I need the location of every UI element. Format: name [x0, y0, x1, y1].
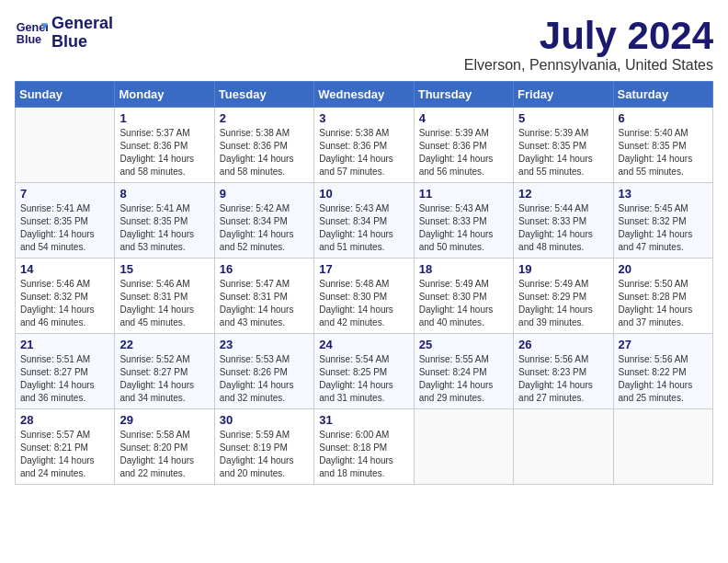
- calendar-cell: 23Sunrise: 5:53 AM Sunset: 8:26 PM Dayli…: [214, 334, 313, 409]
- calendar-week-5: 28Sunrise: 5:57 AM Sunset: 8:21 PM Dayli…: [16, 409, 713, 485]
- calendar-cell: [16, 108, 115, 183]
- day-info: Sunrise: 6:00 AM Sunset: 8:18 PM Dayligh…: [319, 429, 408, 480]
- calendar-cell: 20Sunrise: 5:50 AM Sunset: 8:28 PM Dayli…: [613, 259, 712, 334]
- calendar-cell: 14Sunrise: 5:46 AM Sunset: 8:32 PM Dayli…: [16, 259, 115, 334]
- day-info: Sunrise: 5:52 AM Sunset: 8:27 PM Dayligh…: [119, 353, 209, 405]
- month-title: July 2024: [464, 15, 713, 57]
- day-number: 3: [319, 111, 408, 125]
- calendar-cell: 21Sunrise: 5:51 AM Sunset: 8:27 PM Dayli…: [16, 334, 115, 409]
- calendar-cell: 29Sunrise: 5:58 AM Sunset: 8:20 PM Dayli…: [115, 409, 214, 485]
- calendar-cell: 7Sunrise: 5:41 AM Sunset: 8:35 PM Daylig…: [16, 183, 115, 259]
- day-number: 20: [619, 262, 708, 276]
- day-number: 17: [319, 262, 408, 276]
- location-title: Elverson, Pennsylvania, United States: [464, 57, 713, 74]
- calendar-week-1: 1Sunrise: 5:37 AM Sunset: 8:36 PM Daylig…: [16, 108, 713, 183]
- calendar-week-3: 14Sunrise: 5:46 AM Sunset: 8:32 PM Dayli…: [16, 259, 713, 334]
- calendar-cell: 24Sunrise: 5:54 AM Sunset: 8:25 PM Dayli…: [314, 334, 414, 409]
- calendar-cell: 10Sunrise: 5:43 AM Sunset: 8:34 PM Dayli…: [314, 183, 414, 259]
- day-info: Sunrise: 5:53 AM Sunset: 8:26 PM Dayligh…: [220, 353, 309, 405]
- day-info: Sunrise: 5:43 AM Sunset: 8:33 PM Dayligh…: [419, 202, 508, 254]
- calendar-table: SundayMondayTuesdayWednesdayThursdayFrid…: [15, 81, 713, 485]
- day-info: Sunrise: 5:57 AM Sunset: 8:21 PM Dayligh…: [20, 429, 109, 480]
- day-info: Sunrise: 5:43 AM Sunset: 8:34 PM Dayligh…: [319, 202, 408, 254]
- calendar-cell: 8Sunrise: 5:41 AM Sunset: 8:35 PM Daylig…: [115, 183, 214, 259]
- day-number: 14: [20, 262, 109, 276]
- day-info: Sunrise: 5:42 AM Sunset: 8:34 PM Dayligh…: [220, 202, 309, 254]
- day-info: Sunrise: 5:56 AM Sunset: 8:22 PM Dayligh…: [619, 353, 708, 405]
- day-info: Sunrise: 5:54 AM Sunset: 8:25 PM Dayligh…: [319, 353, 408, 405]
- calendar-cell: 18Sunrise: 5:49 AM Sunset: 8:30 PM Dayli…: [414, 259, 513, 334]
- header-cell-monday: Monday: [115, 82, 214, 108]
- day-info: Sunrise: 5:37 AM Sunset: 8:36 PM Dayligh…: [119, 127, 209, 178]
- header-cell-wednesday: Wednesday: [314, 82, 414, 108]
- logo-text: General Blue: [51, 15, 113, 52]
- logo-icon: General Blue: [15, 17, 48, 50]
- calendar-cell: 30Sunrise: 5:59 AM Sunset: 8:19 PM Dayli…: [214, 409, 313, 485]
- calendar-header-row: SundayMondayTuesdayWednesdayThursdayFrid…: [16, 82, 713, 108]
- calendar-cell: 2Sunrise: 5:38 AM Sunset: 8:36 PM Daylig…: [214, 108, 313, 183]
- day-number: 24: [319, 338, 408, 351]
- day-number: 27: [619, 338, 708, 351]
- day-info: Sunrise: 5:56 AM Sunset: 8:23 PM Dayligh…: [518, 353, 608, 405]
- day-number: 29: [119, 413, 209, 427]
- day-info: Sunrise: 5:50 AM Sunset: 8:28 PM Dayligh…: [619, 278, 708, 329]
- day-info: Sunrise: 5:38 AM Sunset: 8:36 PM Dayligh…: [319, 127, 408, 178]
- day-number: 22: [119, 338, 209, 351]
- calendar-cell: 5Sunrise: 5:39 AM Sunset: 8:35 PM Daylig…: [514, 108, 613, 183]
- calendar-cell: 22Sunrise: 5:52 AM Sunset: 8:27 PM Dayli…: [115, 334, 214, 409]
- calendar-cell: 27Sunrise: 5:56 AM Sunset: 8:22 PM Dayli…: [613, 334, 712, 409]
- day-info: Sunrise: 5:41 AM Sunset: 8:35 PM Dayligh…: [20, 202, 109, 254]
- day-info: Sunrise: 5:47 AM Sunset: 8:31 PM Dayligh…: [220, 278, 309, 329]
- calendar-cell: 31Sunrise: 6:00 AM Sunset: 8:18 PM Dayli…: [314, 409, 414, 485]
- calendar-cell: [414, 409, 513, 485]
- calendar-body: 1Sunrise: 5:37 AM Sunset: 8:36 PM Daylig…: [16, 108, 713, 485]
- calendar-cell: 25Sunrise: 5:55 AM Sunset: 8:24 PM Dayli…: [414, 334, 513, 409]
- calendar-week-4: 21Sunrise: 5:51 AM Sunset: 8:27 PM Dayli…: [16, 334, 713, 409]
- calendar-cell: [613, 409, 712, 485]
- header-cell-tuesday: Tuesday: [214, 82, 313, 108]
- day-number: 23: [220, 338, 309, 351]
- day-number: 11: [419, 187, 508, 201]
- day-number: 31: [319, 413, 408, 427]
- day-info: Sunrise: 5:44 AM Sunset: 8:33 PM Dayligh…: [518, 202, 608, 254]
- day-number: 4: [419, 111, 508, 125]
- calendar-cell: 17Sunrise: 5:48 AM Sunset: 8:30 PM Dayli…: [314, 259, 414, 334]
- day-info: Sunrise: 5:48 AM Sunset: 8:30 PM Dayligh…: [319, 278, 408, 329]
- day-number: 19: [518, 262, 608, 276]
- day-number: 1: [119, 111, 209, 125]
- day-info: Sunrise: 5:51 AM Sunset: 8:27 PM Dayligh…: [20, 353, 109, 405]
- calendar-cell: 9Sunrise: 5:42 AM Sunset: 8:34 PM Daylig…: [214, 183, 313, 259]
- day-info: Sunrise: 5:58 AM Sunset: 8:20 PM Dayligh…: [119, 429, 209, 480]
- day-number: 5: [518, 111, 608, 125]
- day-number: 10: [319, 187, 408, 201]
- logo: General Blue General Blue: [15, 15, 113, 52]
- calendar-cell: 12Sunrise: 5:44 AM Sunset: 8:33 PM Dayli…: [514, 183, 613, 259]
- day-number: 8: [119, 187, 209, 201]
- day-number: 18: [419, 262, 508, 276]
- day-number: 7: [20, 187, 109, 201]
- day-number: 28: [20, 413, 109, 427]
- day-info: Sunrise: 5:55 AM Sunset: 8:24 PM Dayligh…: [419, 353, 508, 405]
- day-number: 2: [220, 111, 309, 125]
- calendar-cell: 16Sunrise: 5:47 AM Sunset: 8:31 PM Dayli…: [214, 259, 313, 334]
- day-number: 6: [619, 111, 708, 125]
- day-number: 25: [419, 338, 508, 351]
- day-info: Sunrise: 5:40 AM Sunset: 8:35 PM Dayligh…: [619, 127, 708, 178]
- calendar-cell: 28Sunrise: 5:57 AM Sunset: 8:21 PM Dayli…: [16, 409, 115, 485]
- header-cell-friday: Friday: [514, 82, 613, 108]
- calendar-cell: 19Sunrise: 5:49 AM Sunset: 8:29 PM Dayli…: [514, 259, 613, 334]
- calendar-cell: 6Sunrise: 5:40 AM Sunset: 8:35 PM Daylig…: [613, 108, 712, 183]
- day-number: 13: [619, 187, 708, 201]
- day-info: Sunrise: 5:45 AM Sunset: 8:32 PM Dayligh…: [619, 202, 708, 254]
- day-number: 12: [518, 187, 608, 201]
- day-number: 26: [518, 338, 608, 351]
- calendar-cell: [514, 409, 613, 485]
- day-info: Sunrise: 5:38 AM Sunset: 8:36 PM Dayligh…: [220, 127, 309, 178]
- day-info: Sunrise: 5:41 AM Sunset: 8:35 PM Dayligh…: [119, 202, 209, 254]
- header-cell-thursday: Thursday: [414, 82, 513, 108]
- day-info: Sunrise: 5:46 AM Sunset: 8:32 PM Dayligh…: [20, 278, 109, 329]
- calendar-cell: 15Sunrise: 5:46 AM Sunset: 8:31 PM Dayli…: [115, 259, 214, 334]
- calendar-week-2: 7Sunrise: 5:41 AM Sunset: 8:35 PM Daylig…: [16, 183, 713, 259]
- calendar-cell: 4Sunrise: 5:39 AM Sunset: 8:36 PM Daylig…: [414, 108, 513, 183]
- calendar-cell: 11Sunrise: 5:43 AM Sunset: 8:33 PM Dayli…: [414, 183, 513, 259]
